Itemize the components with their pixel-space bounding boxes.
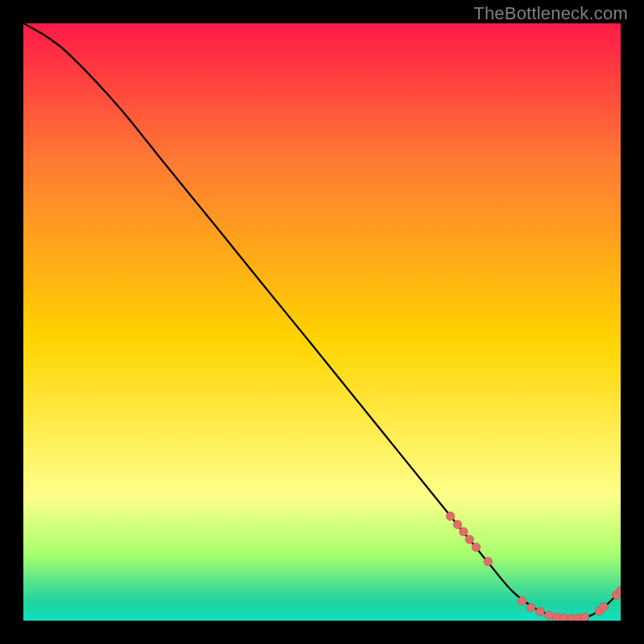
data-marker <box>536 608 545 617</box>
data-marker <box>460 527 469 536</box>
watermark-text: TheBottleneck.com <box>473 3 628 24</box>
data-marker <box>580 613 589 621</box>
curve-layer <box>23 23 621 621</box>
data-marker <box>600 603 609 612</box>
bottleneck-curve <box>23 23 621 619</box>
data-marker <box>446 512 455 521</box>
chart-stage: TheBottleneck.com <box>0 0 644 644</box>
data-marker <box>465 535 474 544</box>
data-marker <box>472 543 481 551</box>
data-marker <box>526 603 535 612</box>
data-marker <box>484 557 493 566</box>
data-marker <box>453 520 462 529</box>
markers-group <box>446 512 621 621</box>
data-marker <box>545 611 554 620</box>
plot-area <box>23 23 621 621</box>
data-marker <box>518 597 526 605</box>
data-marker <box>559 613 568 621</box>
